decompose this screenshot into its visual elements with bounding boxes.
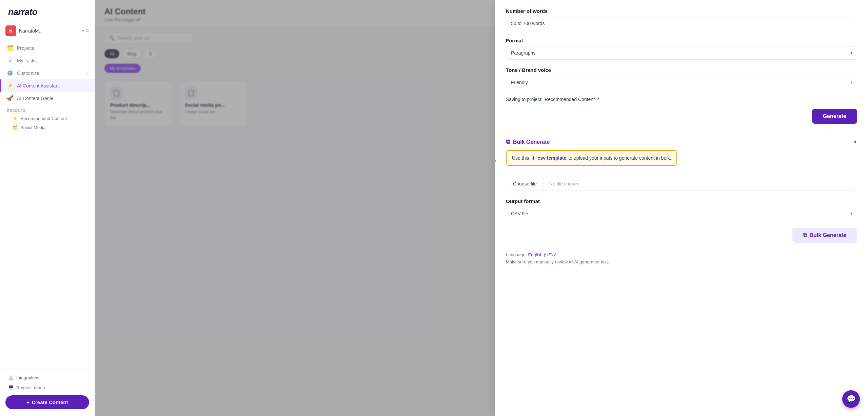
chevron-down-icon: ▾ [82, 28, 84, 33]
settings-icon: ⚙️ [7, 70, 14, 76]
choose-file-button[interactable]: Choose file [506, 177, 544, 191]
bulk-title: Bulk Generate [513, 139, 550, 145]
footer-language: Language: English (US) ↗ [506, 252, 857, 257]
generate-row: Generate [506, 109, 857, 124]
recent-item-label: Recommended Content [20, 116, 67, 121]
language-value: English (US) [528, 252, 553, 257]
monitor-icon: 🖥️ [8, 385, 14, 390]
copy-icon: ⧉ [506, 138, 510, 145]
logo-area: narrato [0, 0, 95, 23]
request-demo-label: Request demo [16, 385, 45, 390]
csv-hint-wrapper: ➜ Use this ⬇ csv template to upload your… [506, 150, 857, 171]
recents-label: Recents [0, 104, 95, 114]
sidebar-item-label: AI Content Assistant [17, 83, 60, 88]
bulk-generate-button[interactable]: ⧉ Bulk Generate [792, 228, 857, 243]
tone-group: Tone / Brand voice Friendly Professional… [506, 67, 857, 89]
panel-content: Number of words Format Paragraphs Bullet… [495, 0, 868, 275]
no-file-label: No file chosen [544, 177, 585, 191]
tone-select[interactable]: Friendly Professional Casual Formal [506, 76, 857, 89]
saving-label: Saving to project: [506, 97, 542, 102]
sidebar-item-ai-content-assistant[interactable]: ⚡ AI Content Assistant [0, 79, 95, 92]
sidebar-item-my-tasks[interactable]: ✓ My Tasks [0, 54, 95, 67]
copy-icon-btn: ⧉ [803, 232, 807, 238]
format-label: Format [506, 38, 857, 43]
user-name: NarratoM... [19, 28, 79, 34]
csv-hint-text: Use this [512, 155, 529, 161]
request-demo-link[interactable]: 🖥️ Request demo [5, 383, 89, 393]
sidebar-nav: 🗂️ Projects ✓ My Tasks ⚙️ Customize › ⚡ … [0, 39, 95, 369]
bulk-header: ⧉ Bulk Generate ▼ [506, 138, 857, 145]
output-format-select-wrapper: CSV file JSON file ▾ [506, 207, 857, 220]
csv-hint-end: to upload your inputs to generate conten… [568, 155, 671, 161]
format-select[interactable]: Paragraphs Bullet points Numbered list [506, 46, 857, 60]
bulk-title-row[interactable]: ⧉ Bulk Generate [506, 138, 550, 145]
format-group: Format Paragraphs Bullet points Numbered… [506, 38, 857, 60]
tone-label: Tone / Brand voice [506, 67, 857, 73]
integrations-link[interactable]: ⚓ Integrations [5, 373, 89, 383]
saving-project-link[interactable]: Recommended Content ↗ [545, 97, 599, 102]
sidebar: narrato N NarratoM... ▾ ⚙ 🗂️ Projects ✓ … [0, 0, 95, 416]
side-panel: Number of words Format Paragraphs Bullet… [495, 0, 868, 416]
app-logo: narrato [8, 7, 37, 17]
sidebar-item-label: AI Content Genie [17, 96, 53, 101]
lightning-icon-small: ⚡ [12, 116, 18, 121]
project-name: Recommended Content [545, 97, 595, 102]
chat-bubble[interactable]: 💬 [842, 390, 860, 408]
sidebar-item-recommended-content[interactable]: ⚡ Recommended Content [0, 114, 95, 123]
arrow-right-icon: ➜ [495, 155, 497, 166]
footer-disclaimer: Make sure you manually review all AI gen… [506, 259, 857, 264]
user-controls[interactable]: ▾ ⚙ [82, 28, 89, 33]
number-of-words-input[interactable] [506, 17, 857, 30]
bulk-section: ⧉ Bulk Generate ▼ ➜ Use this ⬇ csv templ… [506, 132, 857, 264]
folder-icon-small: 🗂️ [12, 125, 18, 130]
generate-label: Generate [823, 113, 846, 119]
briefcase-icon: 🗂️ [7, 45, 14, 51]
check-icon: ✓ [7, 57, 14, 64]
create-content-label: Create Content [32, 399, 68, 405]
output-format-group: Output format CSV file JSON file ▾ [506, 198, 857, 220]
bulk-generate-row: ⧉ Bulk Generate [506, 228, 857, 243]
external-link-icon: ↗ [596, 97, 599, 102]
number-of-words-label: Number of words [506, 8, 857, 14]
choose-file-label: Choose file [513, 181, 537, 186]
csv-template-link[interactable]: csv template [538, 155, 567, 161]
sidebar-item-customize[interactable]: ⚙️ Customize › [0, 67, 95, 79]
external-link-icon: ↗ [554, 253, 557, 257]
user-menu[interactable]: N NarratoM... ▾ ⚙ [0, 23, 95, 39]
format-select-wrapper: Paragraphs Bullet points Numbered list ▾ [506, 46, 857, 60]
saving-row: Saving to project: Recommended Content ↗ [506, 97, 857, 102]
file-input-row: Choose file No file chosen [506, 177, 857, 191]
generate-button[interactable]: Generate [812, 109, 857, 124]
sidebar-bottom: ⚓ Integrations 🖥️ Request demo + Create … [0, 369, 95, 416]
tone-select-wrapper: Friendly Professional Casual Formal ▾ [506, 76, 857, 89]
collapse-arrow-icon[interactable]: ▼ [853, 140, 857, 144]
overlay: Number of words Format Paragraphs Bullet… [95, 0, 868, 416]
chat-icon: 💬 [847, 395, 856, 403]
chevron-right-icon: › [86, 71, 88, 75]
avatar: N [5, 25, 16, 36]
recent-item-label: Social Media [20, 125, 45, 130]
integrations-label: Integrations [16, 375, 39, 380]
plus-icon: + [26, 399, 29, 405]
language-label: Language: [506, 252, 527, 257]
sidebar-item-label: My Tasks [17, 58, 37, 63]
output-format-select[interactable]: CSV file JSON file [506, 207, 857, 220]
csv-hint-box: Use this ⬇ csv template to upload your i… [506, 150, 677, 166]
sidebar-item-projects[interactable]: 🗂️ Projects [0, 42, 95, 54]
language-link[interactable]: English (US) ↗ [528, 252, 557, 257]
gear-icon[interactable]: ⚙ [85, 28, 89, 33]
output-format-label: Output format [506, 198, 857, 204]
create-content-button[interactable]: + Create Content [5, 395, 89, 409]
sidebar-item-ai-content-genie[interactable]: 🚀 AI Content Genie [0, 92, 95, 104]
sidebar-item-label: Projects [17, 45, 34, 51]
number-of-words-group: Number of words [506, 8, 857, 30]
sidebar-item-label: Customize [17, 71, 39, 76]
bulk-generate-label: Bulk Generate [810, 232, 846, 238]
lightning-icon: ⚡ [7, 82, 14, 89]
rocket-icon: 🚀 [7, 95, 14, 101]
download-icon: ⬇ [531, 155, 536, 161]
sidebar-item-social-media[interactable]: 🗂️ Social Media [0, 123, 95, 132]
anchor-icon: ⚓ [8, 375, 14, 380]
